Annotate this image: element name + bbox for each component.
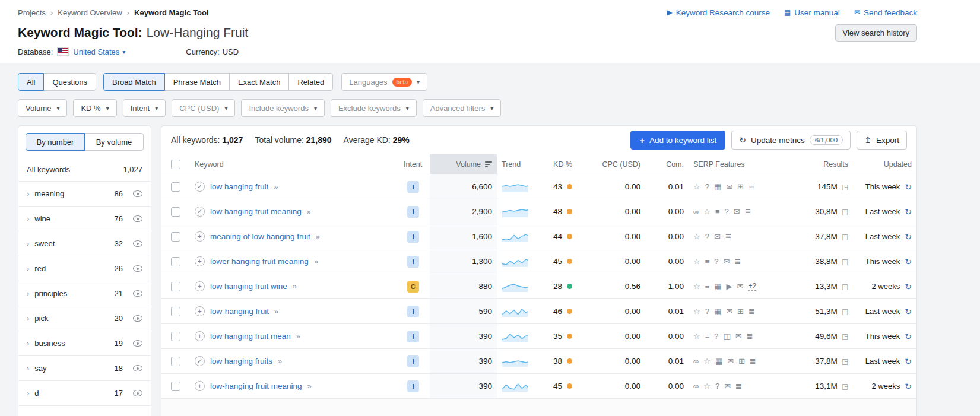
sidebar-group-wine[interactable]: ›wine76 xyxy=(18,207,151,231)
refresh-icon[interactable]: ↻ xyxy=(905,307,912,316)
filter-kd[interactable]: KD %▾ xyxy=(73,99,116,117)
open-serp-icon[interactable]: ◳ xyxy=(842,282,848,291)
view-search-history-button[interactable]: View search history xyxy=(835,24,917,42)
filter-advanced-filters[interactable]: Advanced filters▾ xyxy=(423,99,502,117)
add-to-keyword-list-button[interactable]: +Add to keyword list xyxy=(630,131,725,150)
sidebar-group-say[interactable]: ›say18 xyxy=(18,356,151,381)
column-header-com[interactable]: Com. xyxy=(645,154,689,174)
filter-cpc-usd[interactable]: CPC (USD)▾ xyxy=(172,99,235,117)
send-feedback-link[interactable]: ✉Send feedback xyxy=(854,8,917,17)
keyword-add-plus-icon[interactable]: + xyxy=(195,331,205,341)
sidebar-group-red[interactable]: ›red26 xyxy=(18,256,151,281)
filter-intent[interactable]: Intent▾ xyxy=(123,99,166,117)
tab-broad-match[interactable]: Broad Match xyxy=(103,73,165,91)
eye-icon[interactable] xyxy=(133,390,142,396)
open-keyword-icon[interactable]: » xyxy=(274,307,278,316)
keyword-link[interactable]: low hanging fruit xyxy=(210,182,268,191)
filter-include-keywords[interactable]: Include keywords▾ xyxy=(241,99,324,117)
keyword-research-course-link[interactable]: ▶Keyword Research course xyxy=(667,8,770,17)
tab-questions[interactable]: Questions xyxy=(43,73,96,91)
open-serp-icon[interactable]: ◳ xyxy=(842,382,848,390)
column-header-intent[interactable]: Intent xyxy=(399,154,430,174)
eye-icon[interactable] xyxy=(133,265,142,272)
breadcrumb-keyword-overview[interactable]: Keyword Overview xyxy=(58,8,122,17)
tab-exact-match[interactable]: Exact Match xyxy=(229,73,290,91)
keyword-link[interactable]: lower hanging fruit meaning xyxy=(210,257,309,266)
refresh-icon[interactable]: ↻ xyxy=(905,282,912,291)
open-keyword-icon[interactable]: » xyxy=(274,182,277,191)
toggle-by-number[interactable]: By number xyxy=(26,133,85,151)
filter-exclude-keywords[interactable]: Exclude keywords▾ xyxy=(331,99,417,117)
keyword-link[interactable]: low-hanging fruit meaning xyxy=(210,382,302,390)
eye-icon[interactable] xyxy=(133,240,142,247)
serp-more-link[interactable]: +2 xyxy=(748,282,756,291)
column-header-volume[interactable]: Volume xyxy=(430,154,497,174)
sidebar-group-meaning[interactable]: ›meaning86 xyxy=(18,182,151,207)
eye-icon[interactable] xyxy=(133,315,142,322)
open-keyword-icon[interactable]: » xyxy=(314,257,318,266)
keyword-link[interactable]: low-hanging fruit xyxy=(210,307,269,316)
row-checkbox[interactable] xyxy=(171,232,180,242)
keyword-link[interactable]: low hanging fruit wine xyxy=(210,282,287,291)
keyword-added-check-icon[interactable]: ✓ xyxy=(195,182,205,192)
keyword-added-check-icon[interactable]: ✓ xyxy=(195,207,205,217)
keyword-add-plus-icon[interactable]: + xyxy=(195,306,205,316)
row-checkbox[interactable] xyxy=(171,332,180,341)
filter-volume[interactable]: Volume▾ xyxy=(18,99,67,117)
open-serp-icon[interactable]: ◳ xyxy=(842,233,848,241)
languages-dropdown[interactable]: Languages beta ▾ xyxy=(341,73,427,91)
open-serp-icon[interactable]: ◳ xyxy=(842,208,848,216)
tab-all[interactable]: All xyxy=(18,73,44,91)
refresh-icon[interactable]: ↻ xyxy=(905,357,912,366)
sidebar-group-pick[interactable]: ›pick20 xyxy=(18,306,151,331)
select-all-checkbox[interactable] xyxy=(171,160,180,169)
open-keyword-icon[interactable]: » xyxy=(316,232,319,241)
open-serp-icon[interactable]: ◳ xyxy=(842,332,848,341)
eye-icon[interactable] xyxy=(133,290,142,297)
row-checkbox[interactable] xyxy=(171,382,180,391)
keyword-link[interactable]: low hanging fruit meaning xyxy=(210,207,302,216)
keyword-link[interactable]: low hanging fruits xyxy=(210,357,272,366)
column-header-updated[interactable]: Updated xyxy=(853,154,916,174)
eye-icon[interactable] xyxy=(133,340,142,347)
all-keywords-row[interactable]: All keywords 1,027 xyxy=(18,158,151,182)
update-metrics-button[interactable]: ↻Update metrics6/1,000 xyxy=(731,131,851,150)
open-serp-icon[interactable]: ◳ xyxy=(842,307,848,316)
refresh-icon[interactable]: ↻ xyxy=(905,207,912,217)
database-selector[interactable]: United States▾ xyxy=(73,47,125,56)
column-header-trend[interactable]: Trend xyxy=(497,154,532,174)
refresh-icon[interactable]: ↻ xyxy=(905,332,912,341)
row-checkbox[interactable] xyxy=(171,282,180,291)
breadcrumb-projects[interactable]: Projects xyxy=(18,8,46,17)
user-manual-link[interactable]: ▤User manual xyxy=(784,8,840,17)
tab-related[interactable]: Related xyxy=(288,73,333,91)
open-keyword-icon[interactable]: » xyxy=(296,332,300,341)
keyword-add-plus-icon[interactable]: + xyxy=(195,256,205,266)
open-serp-icon[interactable]: ◳ xyxy=(842,258,848,266)
column-header-results[interactable]: Results xyxy=(779,154,853,174)
row-checkbox[interactable] xyxy=(171,307,180,316)
keyword-add-plus-icon[interactable]: + xyxy=(195,281,205,291)
keyword-add-plus-icon[interactable]: + xyxy=(195,381,205,391)
eye-icon[interactable] xyxy=(133,365,142,371)
row-checkbox[interactable] xyxy=(171,182,180,192)
tab-phrase-match[interactable]: Phrase Match xyxy=(164,73,230,91)
row-checkbox[interactable] xyxy=(171,257,180,266)
sidebar-group-d[interactable]: ›d17 xyxy=(18,381,151,406)
keyword-link[interactable]: low hanging fruit mean xyxy=(210,332,291,341)
export-button[interactable]: ↥Export xyxy=(857,131,907,150)
open-keyword-icon[interactable]: » xyxy=(278,357,281,366)
refresh-icon[interactable]: ↻ xyxy=(905,182,912,192)
column-header-serp-features[interactable]: SERP Features xyxy=(689,154,779,174)
open-serp-icon[interactable]: ◳ xyxy=(842,183,848,191)
refresh-icon[interactable]: ↻ xyxy=(905,232,912,242)
sidebar-group-principles[interactable]: ›principles21 xyxy=(18,281,151,306)
keyword-add-plus-icon[interactable]: + xyxy=(195,231,205,242)
column-header-kd[interactable]: KD % xyxy=(532,154,577,174)
eye-icon[interactable] xyxy=(133,215,142,222)
open-serp-icon[interactable]: ◳ xyxy=(842,357,848,366)
refresh-icon[interactable]: ↻ xyxy=(905,382,912,391)
column-header-cpc-usd[interactable]: CPC (USD) xyxy=(577,154,645,174)
sidebar-group-sweet[interactable]: ›sweet32 xyxy=(18,231,151,256)
refresh-icon[interactable]: ↻ xyxy=(905,257,912,266)
